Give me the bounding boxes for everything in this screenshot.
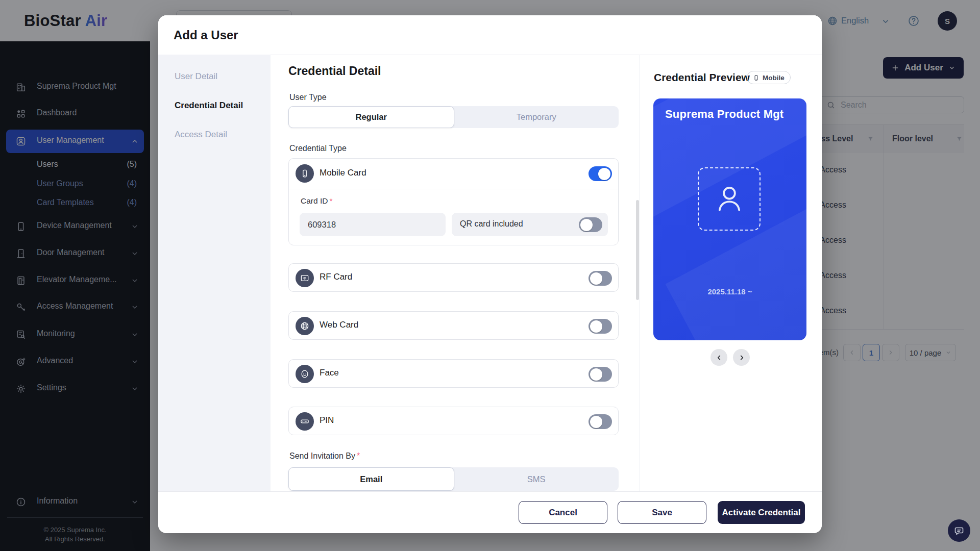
credential-card-preview: Suprema Product Mgt 2025.11.18 ~ bbox=[653, 98, 806, 340]
user-type-option-temporary[interactable]: Temporary bbox=[454, 106, 619, 128]
section-title: Credential Detail bbox=[288, 64, 381, 78]
send-invitation-segmented: Email SMS bbox=[288, 467, 619, 491]
chat-button[interactable] bbox=[948, 519, 970, 542]
qr-card-toggle[interactable] bbox=[579, 217, 602, 232]
required-asterisk: * bbox=[329, 196, 332, 205]
activate-credential-button[interactable]: Activate Credential bbox=[718, 501, 805, 524]
qr-card-label: QR card included bbox=[460, 219, 523, 229]
web-card-toggle[interactable] bbox=[589, 319, 612, 334]
save-button[interactable]: Save bbox=[618, 501, 706, 524]
modal-header: Add a User bbox=[158, 15, 822, 55]
face-toggle[interactable] bbox=[589, 367, 612, 382]
modal-footer: Cancel Save Activate Credential bbox=[158, 491, 822, 533]
photo-placeholder bbox=[698, 167, 761, 231]
rf-card-toggle[interactable] bbox=[589, 271, 612, 286]
credential-preview-title: Credential Preview bbox=[654, 71, 750, 84]
form-scrollbar[interactable] bbox=[636, 200, 639, 300]
user-type-option-regular[interactable]: Regular bbox=[288, 106, 454, 128]
chat-bubble-icon bbox=[953, 524, 965, 537]
nav-access-detail[interactable]: Access Detail bbox=[175, 130, 227, 140]
mobile-card-group: Mobile Card Card ID* QR card included bbox=[288, 158, 619, 245]
card-valid-from: 2025.11.18 ~ bbox=[653, 287, 806, 296]
card-org-name: Suprema Product Mgt bbox=[665, 108, 783, 121]
nav-credential-detail[interactable]: Credential Detail bbox=[175, 101, 243, 111]
rf-card-row: RF Card bbox=[288, 263, 619, 292]
face-icon bbox=[296, 365, 314, 383]
credential-type-label: Credential Type bbox=[289, 144, 347, 153]
required-asterisk: * bbox=[357, 452, 360, 460]
preview-divider bbox=[640, 55, 640, 491]
send-invitation-label: Send Invitation By* bbox=[289, 452, 360, 461]
user-type-label: User Type bbox=[289, 93, 327, 102]
mobile-card-toggle[interactable] bbox=[589, 166, 612, 181]
web-card-icon bbox=[296, 317, 314, 335]
add-user-modal: Add a User User Detail Credential Detail… bbox=[158, 15, 822, 533]
invitation-option-sms[interactable]: SMS bbox=[454, 467, 619, 491]
pin-icon bbox=[296, 412, 314, 431]
user-type-segmented: Regular Temporary bbox=[288, 106, 619, 128]
preview-prev-button[interactable] bbox=[710, 349, 727, 366]
modal-side-nav: User Detail Credential Detail Access Det… bbox=[158, 55, 271, 491]
web-card-row: Web Card bbox=[288, 311, 619, 340]
group-divider bbox=[289, 189, 618, 189]
preview-next-button[interactable] bbox=[733, 349, 750, 366]
mobile-badge: Mobile bbox=[747, 71, 791, 84]
app-root: English S Add User Search Access Level bbox=[0, 0, 980, 551]
modal-title: Add a User bbox=[174, 15, 238, 55]
card-id-label: Card ID* bbox=[301, 196, 332, 206]
pin-toggle[interactable] bbox=[589, 414, 612, 429]
cancel-button[interactable]: Cancel bbox=[519, 501, 607, 524]
person-icon bbox=[715, 183, 744, 215]
face-row: Face bbox=[288, 359, 619, 388]
pin-row: PIN bbox=[288, 407, 619, 435]
card-id-input[interactable] bbox=[300, 213, 446, 236]
qr-card-included-row: QR card included bbox=[452, 213, 608, 236]
rf-card-icon bbox=[296, 269, 314, 287]
nav-user-detail[interactable]: User Detail bbox=[175, 71, 217, 82]
invitation-option-email[interactable]: Email bbox=[288, 467, 454, 491]
mobile-phone-icon bbox=[753, 74, 760, 81]
mobile-card-icon bbox=[296, 164, 314, 183]
